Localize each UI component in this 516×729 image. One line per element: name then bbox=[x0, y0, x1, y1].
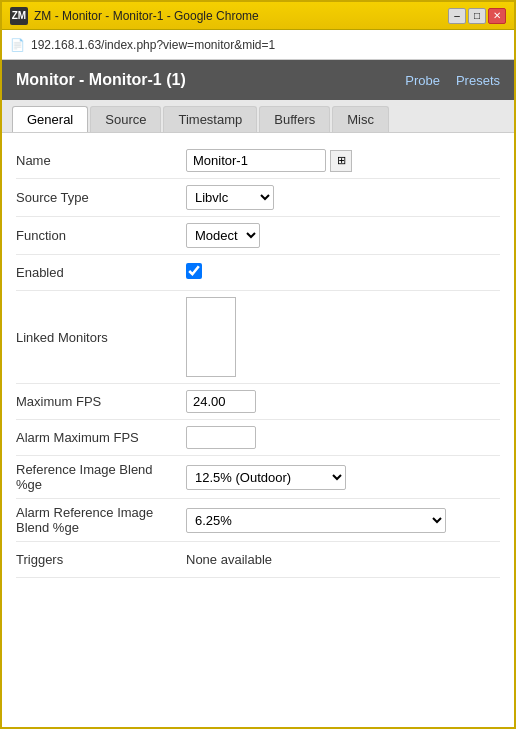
tab-general[interactable]: General bbox=[12, 106, 88, 132]
tab-timestamp[interactable]: Timestamp bbox=[163, 106, 257, 132]
max-fps-control bbox=[186, 390, 500, 413]
ref-blend-label: Reference Image Blend %ge bbox=[16, 462, 186, 492]
linked-monitors-control bbox=[186, 297, 500, 377]
app-header: Monitor - Monitor-1 (1) Probe Presets bbox=[2, 60, 514, 100]
max-fps-row: Maximum FPS bbox=[16, 384, 500, 420]
alarm-max-fps-label: Alarm Maximum FPS bbox=[16, 430, 186, 445]
presets-link[interactable]: Presets bbox=[456, 73, 500, 88]
enabled-control bbox=[186, 263, 500, 282]
tab-buffers[interactable]: Buffers bbox=[259, 106, 330, 132]
name-expand-button[interactable]: ⊞ bbox=[330, 150, 352, 172]
linked-monitors-row: Linked Monitors bbox=[16, 291, 500, 384]
function-row: Function None Monitor Modect Record Moco… bbox=[16, 217, 500, 255]
close-button[interactable]: ✕ bbox=[488, 8, 506, 24]
header-links: Probe Presets bbox=[405, 73, 500, 88]
title-bar: ZM ZM - Monitor - Monitor-1 - Google Chr… bbox=[2, 2, 514, 30]
alarm-max-fps-control bbox=[186, 426, 500, 449]
name-input[interactable] bbox=[186, 149, 326, 172]
alarm-blend-label: Alarm Reference Image Blend %ge bbox=[16, 505, 186, 535]
alarm-blend-row: Alarm Reference Image Blend %ge 1% 2% 3%… bbox=[16, 499, 500, 542]
source-type-control: Local Remote File Ffmpeg Libvlc cURL NVS… bbox=[186, 185, 500, 210]
alarm-blend-select[interactable]: 1% 2% 3% 6.25% 12.5% (Outdoor) 25% bbox=[186, 508, 446, 533]
probe-link[interactable]: Probe bbox=[405, 73, 440, 88]
alarm-blend-control: 1% 2% 3% 6.25% 12.5% (Outdoor) 25% bbox=[186, 508, 500, 533]
tabs-container: General Source Timestamp Buffers Misc bbox=[2, 100, 514, 133]
minimize-button[interactable]: – bbox=[448, 8, 466, 24]
tab-misc[interactable]: Misc bbox=[332, 106, 389, 132]
linked-monitors-list[interactable] bbox=[186, 297, 236, 377]
source-type-label: Source Type bbox=[16, 190, 186, 205]
ref-blend-row: Reference Image Blend %ge 1% 2% 3% 6.25%… bbox=[16, 456, 500, 499]
main-content: Name ⊞ Source Type Local Remote File Ffm… bbox=[2, 133, 514, 728]
window-controls: – □ ✕ bbox=[448, 8, 506, 24]
function-control: None Monitor Modect Record Mocord Nodect bbox=[186, 223, 500, 248]
window-title: ZM - Monitor - Monitor-1 - Google Chrome bbox=[34, 9, 259, 23]
triggers-label: Triggers bbox=[16, 552, 186, 567]
enabled-label: Enabled bbox=[16, 265, 186, 280]
address-bar: 📄 192.168.1.63/index.php?view=monitor&mi… bbox=[2, 30, 514, 60]
function-label: Function bbox=[16, 228, 186, 243]
enabled-row: Enabled bbox=[16, 255, 500, 291]
zm-icon: ZM bbox=[10, 7, 28, 25]
ref-blend-control: 1% 2% 3% 6.25% 12.5% (Outdoor) 25% bbox=[186, 465, 500, 490]
name-control: ⊞ bbox=[186, 149, 500, 172]
alarm-max-fps-input[interactable] bbox=[186, 426, 256, 449]
enabled-checkbox[interactable] bbox=[186, 263, 202, 279]
triggers-row: Triggers None available bbox=[16, 542, 500, 578]
name-label: Name bbox=[16, 153, 186, 168]
linked-monitors-label: Linked Monitors bbox=[16, 330, 186, 345]
triggers-control: None available bbox=[186, 552, 500, 567]
ref-blend-select[interactable]: 1% 2% 3% 6.25% 12.5% (Outdoor) 25% bbox=[186, 465, 346, 490]
tab-source[interactable]: Source bbox=[90, 106, 161, 132]
source-type-row: Source Type Local Remote File Ffmpeg Lib… bbox=[16, 179, 500, 217]
address-url: 192.168.1.63/index.php?view=monitor&mid=… bbox=[31, 38, 275, 52]
title-bar-left: ZM ZM - Monitor - Monitor-1 - Google Chr… bbox=[10, 7, 259, 25]
maximize-button[interactable]: □ bbox=[468, 8, 486, 24]
name-row: Name ⊞ bbox=[16, 143, 500, 179]
alarm-max-fps-row: Alarm Maximum FPS bbox=[16, 420, 500, 456]
max-fps-label: Maximum FPS bbox=[16, 394, 186, 409]
function-select[interactable]: None Monitor Modect Record Mocord Nodect bbox=[186, 223, 260, 248]
source-type-select[interactable]: Local Remote File Ffmpeg Libvlc cURL NVS… bbox=[186, 185, 274, 210]
max-fps-input[interactable] bbox=[186, 390, 256, 413]
triggers-value: None available bbox=[186, 552, 272, 567]
page-icon: 📄 bbox=[10, 38, 25, 52]
monitor-title: Monitor - Monitor-1 (1) bbox=[16, 71, 186, 89]
